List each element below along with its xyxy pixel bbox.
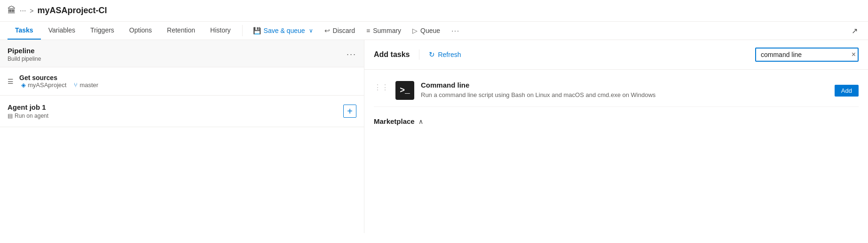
tab-options[interactable]: Options: [122, 22, 159, 40]
summary-icon: ≡: [366, 27, 370, 34]
queue-button[interactable]: ▷ Queue: [408, 24, 445, 37]
add-tasks-separator: [419, 49, 419, 60]
save-queue-label: Save & queue: [264, 27, 305, 34]
add-tasks-header: Add tasks ↻ Refresh ×: [364, 40, 868, 70]
breadcrumb-chevron: >: [30, 7, 33, 15]
save-queue-button[interactable]: 💾 Save & queue ∨: [248, 24, 318, 37]
agent-icon: ▤: [8, 113, 13, 119]
toolbar-actions: 💾 Save & queue ∨ ↩ Discard ≡ Summary ▷ Q…: [248, 24, 465, 37]
pipeline-header: Pipeline Build pipeline ···: [0, 40, 364, 67]
task-results: ⋮⋮ >_ Command line Run a command line sc…: [364, 70, 868, 112]
command-line-task-icon: >_: [395, 81, 414, 100]
add-tasks-title: Add tasks: [374, 50, 410, 59]
add-task-plus-button[interactable]: +: [343, 105, 356, 118]
pipeline-info: Pipeline Build pipeline: [8, 47, 41, 62]
nav-tabs-bar: Tasks Variables Triggers Options Retenti…: [0, 22, 868, 40]
agent-job-section: Agent job 1 ▤ Run on agent +: [0, 96, 364, 127]
pipeline-three-dots[interactable]: ···: [347, 49, 356, 59]
marketplace-chevron-icon: ∧: [418, 118, 423, 125]
left-panel: Pipeline Build pipeline ··· ☰ Get source…: [0, 40, 364, 233]
project-name: myASAproject-CI: [38, 6, 107, 16]
queue-icon: ▷: [412, 27, 418, 34]
agent-job-title[interactable]: Agent job 1: [8, 103, 48, 111]
breadcrumb-dots[interactable]: ···: [20, 7, 26, 15]
discard-label: Discard: [333, 27, 355, 34]
expand-icon[interactable]: ↗: [849, 24, 860, 38]
tab-retention[interactable]: Retention: [159, 22, 203, 40]
queue-label: Queue: [420, 27, 440, 34]
dropdown-arrow[interactable]: ∨: [309, 27, 313, 34]
agent-job-left: Agent job 1 ▤ Run on agent: [8, 103, 48, 119]
get-sources-repo: ◈ myASAproject: [21, 81, 66, 89]
drag-handle-icon: ⋮⋮: [374, 83, 389, 92]
save-icon: 💾: [253, 27, 261, 34]
branch-icon: ⑂: [74, 81, 78, 89]
tab-variables[interactable]: Variables: [41, 22, 83, 40]
discard-button[interactable]: ↩ Discard: [320, 24, 360, 37]
task-info: Command line Run a command line script u…: [421, 81, 828, 99]
task-name: Command line: [421, 81, 828, 89]
get-sources-meta: ◈ myASAproject ⑂ master: [21, 81, 98, 89]
summary-label: Summary: [373, 27, 401, 34]
nav-divider: [242, 25, 243, 36]
search-box-wrapper: ×: [755, 48, 859, 62]
pipeline-title: Pipeline: [8, 47, 41, 55]
task-item-command-line: ⋮⋮ >_ Command line Run a command line sc…: [374, 74, 859, 107]
get-sources-section: ☰ Get sources ◈ myASAproject ⑂ master: [0, 67, 364, 96]
search-input[interactable]: [755, 48, 859, 62]
task-icon-symbol: >_: [400, 86, 410, 95]
agent-job-subtitle: ▤ Run on agent: [8, 113, 48, 119]
discard-icon: ↩: [324, 27, 330, 34]
main-content: Pipeline Build pipeline ··· ☰ Get source…: [0, 40, 868, 233]
agent-subtitle-text: Run on agent: [15, 113, 48, 119]
more-dots: ···: [451, 27, 460, 34]
add-task-button[interactable]: Add: [835, 85, 859, 97]
search-clear-button[interactable]: ×: [852, 51, 856, 58]
breadcrumb-bar: 🏛 ··· > myASAproject-CI: [0, 0, 868, 22]
marketplace-section[interactable]: Marketplace ∧: [364, 112, 868, 131]
marketplace-title: Marketplace: [374, 117, 415, 125]
tab-tasks[interactable]: Tasks: [8, 22, 41, 40]
tab-history[interactable]: History: [203, 22, 238, 40]
get-sources-title[interactable]: Get sources: [19, 74, 98, 81]
lines-icon: ☰: [8, 78, 14, 85]
more-button[interactable]: ···: [447, 24, 465, 37]
branch-name: master: [79, 81, 98, 89]
pipeline-subtitle: Build pipeline: [8, 56, 41, 62]
summary-button[interactable]: ≡ Summary: [362, 24, 406, 37]
get-sources-content: Get sources ◈ myASAproject ⑂ master: [19, 74, 98, 89]
refresh-label: Refresh: [438, 51, 461, 58]
task-description: Run a command line script using Bash on …: [421, 91, 828, 99]
refresh-icon: ↻: [429, 50, 435, 59]
right-panel: Add tasks ↻ Refresh × ⋮⋮ >_ Command line…: [364, 40, 868, 233]
refresh-button[interactable]: ↻ Refresh: [429, 50, 461, 59]
repo-icon: ◈: [21, 81, 26, 89]
get-sources-branch: ⑂ master: [74, 81, 98, 89]
castle-icon: 🏛: [8, 6, 16, 16]
repo-name: myASAproject: [28, 81, 66, 89]
tab-triggers[interactable]: Triggers: [83, 22, 122, 40]
